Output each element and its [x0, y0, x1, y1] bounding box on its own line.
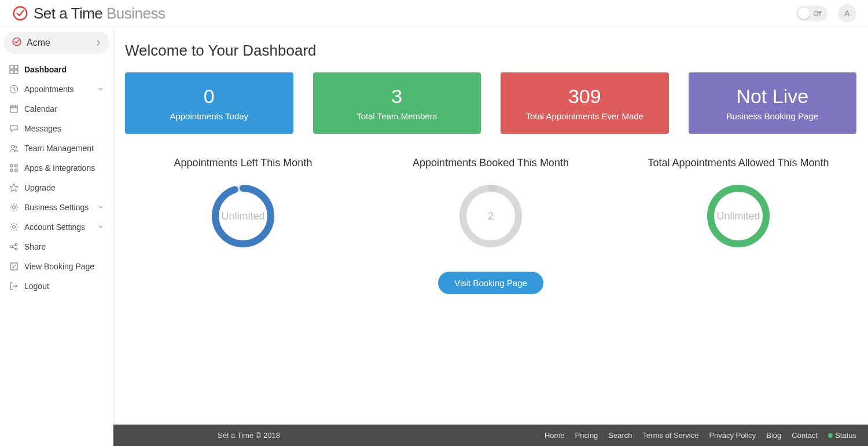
- nav-item-appointments[interactable]: Appointments: [3, 79, 109, 99]
- svg-point-18: [15, 248, 17, 250]
- footer-link-pricing[interactable]: Pricing: [575, 431, 598, 440]
- apps-icon: [9, 163, 19, 173]
- stat-label: Business Booking Page: [694, 111, 851, 121]
- nav-label: Apps & Integrations: [24, 163, 95, 173]
- gauge-value: Unlimited: [706, 184, 771, 248]
- nav-label: Appointments: [24, 85, 74, 94]
- logout-icon: [9, 282, 19, 291]
- stat-card[interactable]: 309Total Appointments Ever Made: [501, 72, 669, 134]
- footer-link-contact[interactable]: Contact: [792, 431, 818, 440]
- stat-card[interactable]: 0Appointments Today: [125, 72, 293, 134]
- org-name: Acme: [27, 38, 50, 48]
- toggle-label: Off: [814, 10, 822, 17]
- chevron-right-icon: [95, 38, 101, 48]
- stat-label: Total Team Members: [319, 111, 476, 121]
- nav-label: View Booking Page: [24, 262, 94, 271]
- stat-card[interactable]: Not LiveBusiness Booking Page: [689, 72, 857, 134]
- stat-value: 3: [319, 85, 476, 108]
- clock-icon: [9, 85, 19, 94]
- svg-point-8: [12, 145, 14, 148]
- stat-value: 309: [506, 85, 663, 108]
- clock-check-icon: [12, 5, 29, 22]
- nav-label: Upgrade: [24, 183, 56, 192]
- nav-label: Account Settings: [24, 222, 85, 232]
- team-icon: [9, 144, 19, 153]
- org-selector[interactable]: Acme: [3, 32, 109, 54]
- nav-item-calendar[interactable]: Calendar: [3, 99, 109, 119]
- stat-label: Total Appointments Ever Made: [506, 111, 663, 121]
- chat-icon: [9, 124, 19, 133]
- footer-copyright: Set a Time © 2018: [218, 431, 280, 440]
- gauges-row: Appointments Left This MonthUnlimitedApp…: [125, 157, 856, 248]
- sidebar: Acme DashboardAppointmentsCalendarMessag…: [0, 27, 113, 446]
- svg-rect-3: [14, 65, 18, 69]
- gauge: Appointments Booked This Month2: [373, 157, 609, 248]
- footer-status[interactable]: Status: [828, 431, 856, 440]
- gauge-title: Appointments Booked This Month: [373, 157, 609, 169]
- footer-link-privacy-policy[interactable]: Privacy Policy: [709, 431, 756, 440]
- svg-point-16: [10, 246, 13, 248]
- nav-item-messages[interactable]: Messages: [3, 119, 109, 138]
- nav-item-view-booking-page[interactable]: View Booking Page: [3, 257, 109, 276]
- visit-booking-button[interactable]: Visit Booking Page: [438, 272, 543, 294]
- nav-item-account-settings[interactable]: Account Settings: [3, 217, 109, 237]
- toggle-knob: [798, 8, 810, 19]
- gauge-ring: 2: [458, 184, 523, 248]
- nav-item-dashboard[interactable]: Dashboard: [3, 60, 109, 79]
- avatar[interactable]: A: [838, 4, 856, 23]
- gauge-title: Total Appointments Allowed This Month: [620, 157, 856, 169]
- svg-rect-13: [15, 169, 17, 171]
- dashboard-icon: [9, 65, 19, 74]
- nav-item-upgrade[interactable]: Upgrade: [3, 178, 109, 198]
- app-header: Set a Time Business Off A: [0, 0, 868, 27]
- nav-label: Messages: [24, 124, 61, 133]
- nav-item-business-settings[interactable]: Business Settings: [3, 198, 109, 217]
- logo[interactable]: Set a Time Business: [12, 5, 165, 23]
- chevron-down-icon: [98, 222, 104, 232]
- gauge: Appointments Left This MonthUnlimited: [125, 157, 361, 248]
- gauge-ring: Unlimited: [706, 184, 771, 248]
- svg-point-9: [14, 146, 17, 148]
- chevron-down-icon: [98, 85, 104, 94]
- star-icon: [9, 183, 19, 192]
- nav-label: Business Settings: [24, 203, 89, 212]
- footer-link-blog[interactable]: Blog: [766, 431, 781, 440]
- avatar-initial: A: [844, 9, 849, 18]
- gauge-ring: Unlimited: [211, 184, 275, 248]
- stat-value: Not Live: [694, 85, 851, 108]
- svg-point-17: [15, 243, 17, 246]
- nav-label: Logout: [24, 282, 49, 291]
- live-toggle[interactable]: Off: [796, 6, 827, 21]
- nav-item-logout[interactable]: Logout: [3, 276, 109, 296]
- svg-rect-12: [10, 169, 13, 171]
- gear-icon: [9, 222, 19, 232]
- gauge-title: Appointments Left This Month: [125, 157, 361, 169]
- footer-link-home[interactable]: Home: [545, 431, 565, 440]
- svg-rect-10: [10, 164, 13, 167]
- nav-label: Dashboard: [24, 65, 67, 74]
- nav-label: Calendar: [24, 104, 57, 114]
- gauge: Total Appointments Allowed This MonthUnl…: [620, 157, 856, 248]
- nav-item-apps-integrations[interactable]: Apps & Integrations: [3, 158, 109, 178]
- stat-cards-row: 0Appointments Today3Total Team Members30…: [125, 72, 856, 134]
- status-dot-icon: [828, 433, 833, 438]
- nav-label: Share: [24, 242, 46, 251]
- nav-item-share[interactable]: Share: [3, 237, 109, 257]
- gauge-value: 2: [458, 184, 523, 248]
- footer-link-terms-of-service[interactable]: Terms of Service: [643, 431, 699, 440]
- calendar-icon: [9, 104, 19, 114]
- svg-rect-4: [10, 70, 13, 74]
- gauge-value: Unlimited: [211, 184, 275, 248]
- gear-icon: [9, 203, 19, 212]
- page-title: Welcome to Your Dashboard: [125, 42, 856, 60]
- stat-card[interactable]: 3Total Team Members: [313, 72, 481, 134]
- svg-rect-7: [10, 106, 17, 112]
- nav-label: Team Management: [24, 144, 94, 153]
- logo-text: Set a Time Business: [34, 5, 165, 23]
- checkbox-icon: [9, 262, 19, 271]
- svg-point-15: [13, 226, 16, 229]
- nav-item-team-management[interactable]: Team Management: [3, 138, 109, 158]
- share-icon: [9, 242, 19, 251]
- footer: Set a Time © 2018 HomePricingSearchTerms…: [113, 425, 868, 446]
- footer-link-search[interactable]: Search: [608, 431, 632, 440]
